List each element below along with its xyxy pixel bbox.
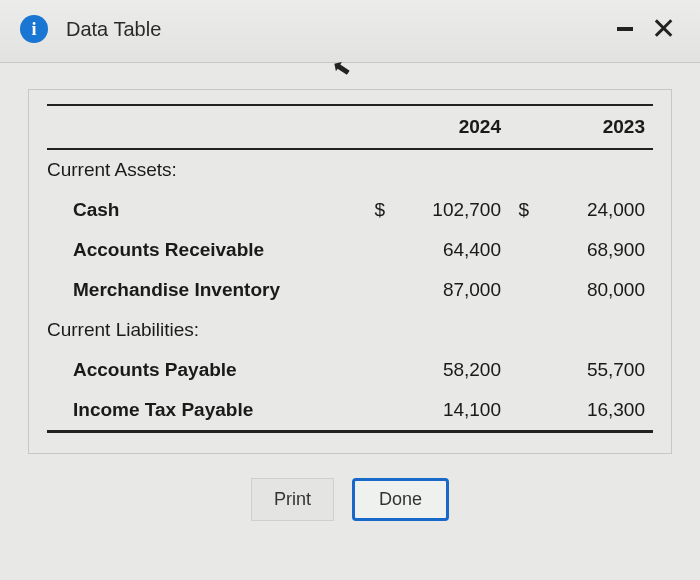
row-label: Accounts Receivable [47, 230, 365, 270]
row-value: 14,100 [389, 390, 509, 432]
row-value: 80,000 [533, 270, 653, 310]
minimize-icon[interactable] [617, 27, 633, 31]
row-value: 24,000 [533, 190, 653, 230]
currency-symbol: $ [509, 190, 533, 230]
row-label: Cash [47, 190, 365, 230]
row-label: Income Tax Payable [47, 390, 365, 432]
titlebar: i Data Table ✕ [0, 0, 700, 63]
table-row: Accounts Receivable 64,400 68,900 [47, 230, 653, 270]
row-value: 102,700 [389, 190, 509, 230]
currency-symbol: $ [365, 190, 389, 230]
row-label: Merchandise Inventory [47, 270, 365, 310]
table-header-row: 2024 2023 [47, 105, 653, 149]
row-value: 16,300 [533, 390, 653, 432]
done-button[interactable]: Done [352, 478, 449, 521]
row-value: 68,900 [533, 230, 653, 270]
row-value: 58,200 [389, 350, 509, 390]
content-area: ⬉ 2024 2023 Current Assets: [0, 63, 700, 580]
table-row: Cash $ 102,700 $ 24,000 [47, 190, 653, 230]
row-value: 64,400 [389, 230, 509, 270]
dialog-footer: Print Done [28, 454, 672, 531]
info-icon: i [20, 15, 48, 43]
section-current-liabilities: Current Liabilities: [47, 310, 653, 350]
row-value: 55,700 [533, 350, 653, 390]
window-controls: ✕ [617, 14, 680, 44]
table-row: Income Tax Payable 14,100 16,300 [47, 390, 653, 432]
header-year-2: 2023 [533, 105, 653, 149]
print-button[interactable]: Print [251, 478, 334, 521]
table-row: Merchandise Inventory 87,000 80,000 [47, 270, 653, 310]
data-table: 2024 2023 Current Assets: Cash $ 102,700… [47, 104, 653, 433]
header-year-1: 2024 [389, 105, 509, 149]
header-label [47, 105, 365, 149]
section-label: Current Liabilities: [47, 310, 653, 350]
section-label: Current Assets: [47, 149, 653, 190]
row-label: Accounts Payable [47, 350, 365, 390]
table-row: Accounts Payable 58,200 55,700 [47, 350, 653, 390]
row-value: 87,000 [389, 270, 509, 310]
window-title: Data Table [66, 18, 617, 41]
close-icon[interactable]: ✕ [647, 14, 680, 44]
dialog-window: i Data Table ✕ ⬉ 2024 2023 [0, 0, 700, 580]
data-table-container: 2024 2023 Current Assets: Cash $ 102,700… [28, 89, 672, 454]
section-current-assets: Current Assets: [47, 149, 653, 190]
